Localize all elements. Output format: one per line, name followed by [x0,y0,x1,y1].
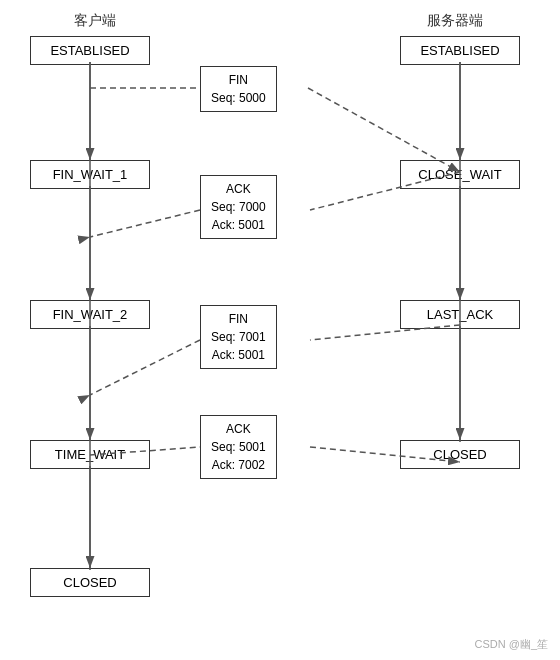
last-ack: LAST_ACK [400,300,520,329]
fin2-label: FIN [211,310,266,328]
ack2-seq: Seq: 5001 [211,438,266,456]
fin-wait-2: FIN_WAIT_2 [30,300,150,329]
fin2-seq: Seq: 7001 [211,328,266,346]
fin1-seq: Seq: 5000 [211,89,266,107]
server-established: ESTABLISED [400,36,520,65]
ack2-label: ACK [211,420,266,438]
server-closed: CLOSED [400,440,520,469]
svg-line-9 [90,340,200,395]
ack1-packet: ACK Seq: 7000 Ack: 5001 [200,175,277,239]
client-established: ESTABLISED [30,36,150,65]
close-wait: CLOSE_WAIT [400,160,520,189]
svg-line-7 [90,210,200,237]
watermark: CSDN @幽_笙 [474,637,548,652]
ack1-label: ACK [211,180,266,198]
arrows-svg [0,0,560,660]
fin-wait-1: FIN_WAIT_1 [30,160,150,189]
fin1-packet: FIN Seq: 5000 [200,66,277,112]
fin1-label: FIN [211,71,266,89]
ack1-ack: Ack: 5001 [211,216,266,234]
fin2-packet: FIN Seq: 7001 Ack: 5001 [200,305,277,369]
fin2-ack: Ack: 5001 [211,346,266,364]
ack2-packet: ACK Seq: 5001 Ack: 7002 [200,415,277,479]
server-header: 服务器端 [390,12,520,30]
ack2-ack: Ack: 7002 [211,456,266,474]
client-header: 客户端 [40,12,150,30]
client-closed: CLOSED [30,568,150,597]
ack1-seq: Seq: 7000 [211,198,266,216]
time-wait: TIME_WAIT [30,440,150,469]
